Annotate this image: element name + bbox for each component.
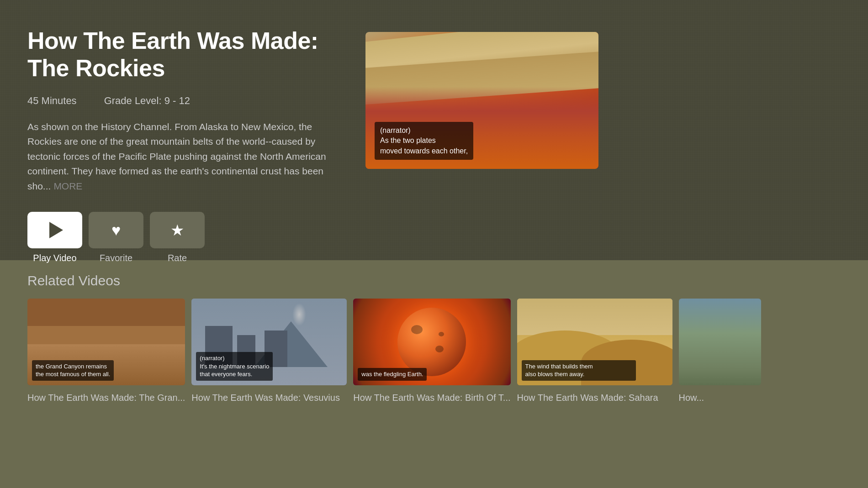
related-video-vesuvius[interactable]: (narrator)It's the nightmare scenariotha…: [191, 299, 347, 404]
vesuvius-video-title: How The Earth Was Made: Vesuvius: [191, 392, 347, 404]
video-description: As shown on the History Channel. From Al…: [27, 120, 338, 194]
related-thumb-fifth: [679, 299, 761, 385]
related-section: Related Videos the Grand Canyon remainst…: [0, 260, 868, 488]
play-triangle-icon: [49, 222, 63, 238]
related-video-grand-canyon[interactable]: the Grand Canyon remainsthe most famous …: [27, 299, 185, 404]
subtitle-line2: As the two plates: [380, 136, 436, 144]
related-video-fifth[interactable]: How...: [679, 299, 761, 404]
play-button-label: Play Video: [33, 253, 76, 263]
main-thumbnail-subtitle: (narrator) As the two plates moved towar…: [375, 122, 473, 160]
crater-2: [435, 346, 444, 352]
related-thumb-birth: was the fledgling Earth.: [353, 299, 510, 385]
buttons-row: Play Video ♥ Favorite ★ Rate: [27, 212, 338, 263]
fifth-video-title: How...: [679, 392, 761, 404]
play-icon-box: [27, 212, 82, 248]
favorite-button[interactable]: ♥ Favorite: [89, 212, 143, 263]
related-videos-title: Related Videos: [27, 273, 841, 289]
sahara-sky: [517, 299, 672, 335]
sahara-video-title: How The Earth Was Made: Sahara: [517, 392, 672, 404]
subtitle-line3: moved towards each other,: [380, 147, 468, 155]
main-video-thumbnail[interactable]: (narrator) As the two plates moved towar…: [365, 32, 598, 169]
canyon-subtitle: the Grand Canyon remainsthe most famous …: [32, 360, 114, 381]
canyon-layer-1: [27, 299, 185, 326]
rate-icon-box: ★: [150, 212, 205, 248]
favorite-button-label: Favorite: [100, 253, 132, 263]
heart-icon: ♥: [111, 222, 121, 238]
related-thumb-canyon: the Grand Canyon remainsthe most famous …: [27, 299, 185, 385]
canyon-layer-2: [27, 326, 185, 344]
birth-video-title: How The Earth Was Made: Birth Of T...: [353, 392, 510, 404]
crater-3: [439, 332, 444, 336]
related-video-sahara[interactable]: The wind that builds themalso blows them…: [517, 299, 672, 404]
play-button[interactable]: Play Video: [27, 212, 82, 263]
content-left: How The Earth Was Made: The Rockies 45 M…: [27, 23, 338, 263]
favorite-icon-box: ♥: [89, 212, 143, 248]
more-link[interactable]: MORE: [53, 181, 82, 191]
canyon-video-title: How The Earth Was Made: The Gran...: [27, 392, 185, 404]
vesuvius-subtitle: (narrator)It's the nightmare scenariotha…: [196, 352, 273, 381]
subtitle-line1: (narrator): [380, 126, 411, 134]
birth-subtitle: was the fledgling Earth.: [358, 368, 427, 381]
video-grade-level: Grade Level: 9 - 12: [104, 95, 190, 107]
video-title: How The Earth Was Made: The Rockies: [27, 27, 338, 82]
sahara-subtitle: The wind that builds themalso blows them…: [522, 360, 636, 381]
related-thumb-vesuvius: (narrator)It's the nightmare scenariotha…: [191, 299, 347, 385]
related-video-birth[interactable]: was the fledgling Earth. How The Earth W…: [353, 299, 510, 404]
video-duration: 45 Minutes: [27, 95, 77, 107]
rate-button[interactable]: ★ Rate: [150, 212, 205, 263]
meta-info: 45 Minutes Grade Level: 9 - 12: [27, 95, 338, 107]
crater-1: [411, 325, 423, 334]
related-videos-row: the Grand Canyon remainsthe most famous …: [27, 299, 841, 404]
main-section: How The Earth Was Made: The Rockies 45 M…: [0, 0, 868, 260]
star-icon: ★: [170, 222, 184, 238]
related-thumb-sahara: The wind that builds themalso blows them…: [517, 299, 672, 385]
meteor-surface: [397, 308, 466, 376]
rate-button-label: Rate: [168, 253, 187, 263]
